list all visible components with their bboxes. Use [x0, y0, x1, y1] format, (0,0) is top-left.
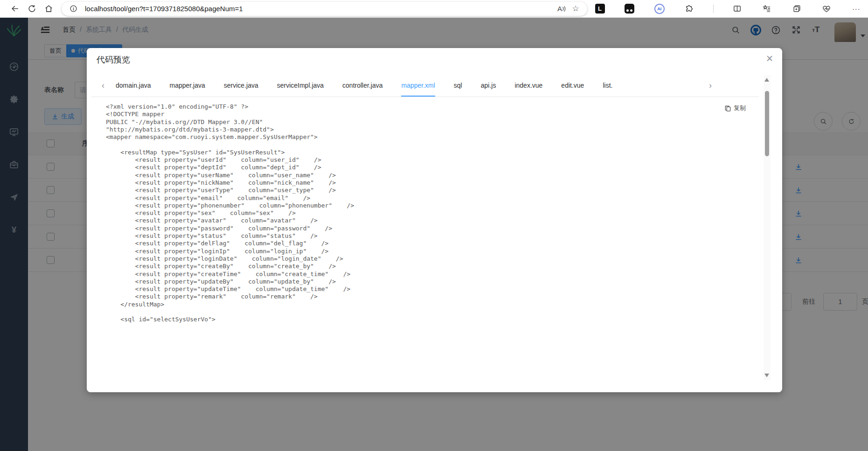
scrollbar-thumb[interactable]	[765, 91, 769, 156]
tabs-next-icon[interactable]: ›	[707, 81, 714, 90]
file-tab[interactable]: mapper.xml	[401, 74, 435, 97]
address-bar[interactable]: localhost/tool/gen?t=1709371825080&pageN…	[62, 2, 587, 16]
scroll-down-icon[interactable]	[764, 374, 769, 377]
file-tab[interactable]: service.java	[224, 74, 258, 97]
file-tab[interactable]: sql	[454, 74, 462, 97]
settings-dots-icon[interactable]: ···	[850, 3, 862, 15]
file-tab[interactable]: serviceImpl.java	[277, 74, 324, 97]
browser-essentials-icon[interactable]	[820, 3, 833, 15]
file-tabs: ‹ domain.java mapper.java service.java s…	[100, 74, 622, 97]
extension-l-icon[interactable]: L	[594, 3, 606, 15]
browser-toolbar: localhost/tool/gen?t=1709371825080&pageN…	[0, 0, 868, 18]
extension-dark-icon[interactable]	[624, 3, 636, 15]
file-tab[interactable]: index.vue	[514, 74, 542, 97]
file-tab[interactable]: domain.java	[116, 74, 151, 97]
copy-icon	[724, 105, 731, 112]
read-aloud-icon[interactable]: A	[555, 5, 569, 13]
tabs-prev-icon[interactable]: ‹	[100, 81, 106, 90]
split-screen-icon[interactable]	[731, 3, 743, 15]
favorite-star-icon[interactable]: ☆	[569, 4, 583, 14]
extension-ai-icon[interactable]: Ai	[653, 3, 666, 15]
code-scrollbar[interactable]	[764, 75, 771, 380]
file-tab[interactable]: controller.java	[342, 74, 382, 97]
file-tab[interactable]: edit.vue	[561, 74, 584, 97]
file-tab[interactable]: api.js	[481, 74, 496, 97]
site-info-icon[interactable]	[66, 5, 80, 13]
toolbar-divider	[713, 5, 714, 13]
copy-button[interactable]: 复制	[724, 104, 746, 112]
dialog-title: 代码预览	[97, 54, 130, 65]
close-icon[interactable]: ×	[762, 51, 777, 66]
file-tab[interactable]: mapper.java	[170, 74, 205, 97]
code-preview-dialog: 代码预览 × ‹ domain.java mapper.java service…	[87, 48, 782, 392]
file-tab[interactable]: list.	[603, 74, 612, 97]
collections-icon[interactable]	[791, 3, 803, 15]
scroll-up-icon[interactable]	[764, 78, 769, 82]
tabs-divider	[91, 97, 759, 97]
home-icon[interactable]	[40, 2, 57, 16]
code-content[interactable]: <?xml version="1.0" encoding="UTF-8" ?> …	[106, 103, 354, 324]
browser-extensions-area: L Ai ···	[594, 3, 868, 15]
app-viewport: ¥ 首页 / 系统工具 / 代码生成	[0, 18, 868, 451]
back-icon[interactable]	[7, 2, 23, 16]
url-text[interactable]: localhost/tool/gen?t=1709371825080&pageN…	[85, 5, 555, 13]
extensions-puzzle-icon[interactable]	[683, 3, 695, 15]
favorites-list-icon[interactable]	[761, 3, 773, 15]
refresh-icon[interactable]	[23, 2, 40, 16]
